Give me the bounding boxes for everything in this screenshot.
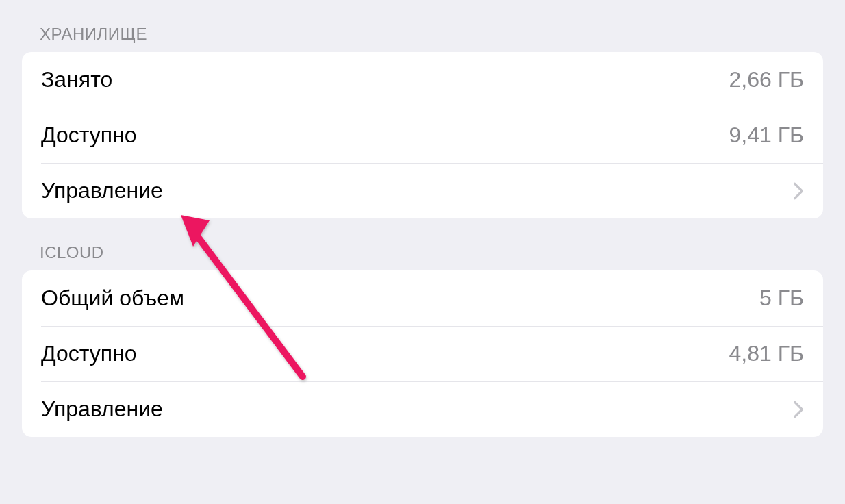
storage-available-row: Доступно 9,41 ГБ [22, 108, 823, 163]
icloud-manage-label: Управление [41, 396, 163, 422]
chevron-right-icon [793, 181, 804, 201]
storage-available-label: Доступно [41, 123, 137, 148]
icloud-total-value: 5 ГБ [759, 286, 804, 311]
storage-card: Занято 2,66 ГБ Доступно 9,41 ГБ Управлен… [22, 52, 823, 218]
storage-section-header: ХРАНИЛИЩЕ [22, 0, 823, 52]
icloud-available-value: 4,81 ГБ [729, 341, 805, 366]
icloud-manage-row[interactable]: Управление [22, 381, 823, 437]
chevron-right-icon [793, 400, 804, 419]
storage-used-value: 2,66 ГБ [729, 67, 805, 92]
icloud-section-header: ICLOUD [22, 218, 823, 270]
storage-manage-row[interactable]: Управление [22, 163, 823, 218]
icloud-card: Общий объем 5 ГБ Доступно 4,81 ГБ Управл… [22, 270, 823, 437]
storage-used-row: Занято 2,66 ГБ [22, 52, 823, 108]
icloud-total-label: Общий объем [41, 286, 184, 311]
storage-used-label: Занято [41, 67, 112, 92]
icloud-total-row: Общий объем 5 ГБ [22, 270, 823, 326]
icloud-available-label: Доступно [41, 341, 137, 366]
storage-available-value: 9,41 ГБ [729, 123, 805, 148]
icloud-available-row: Доступно 4,81 ГБ [22, 326, 823, 381]
storage-manage-label: Управление [41, 178, 163, 203]
